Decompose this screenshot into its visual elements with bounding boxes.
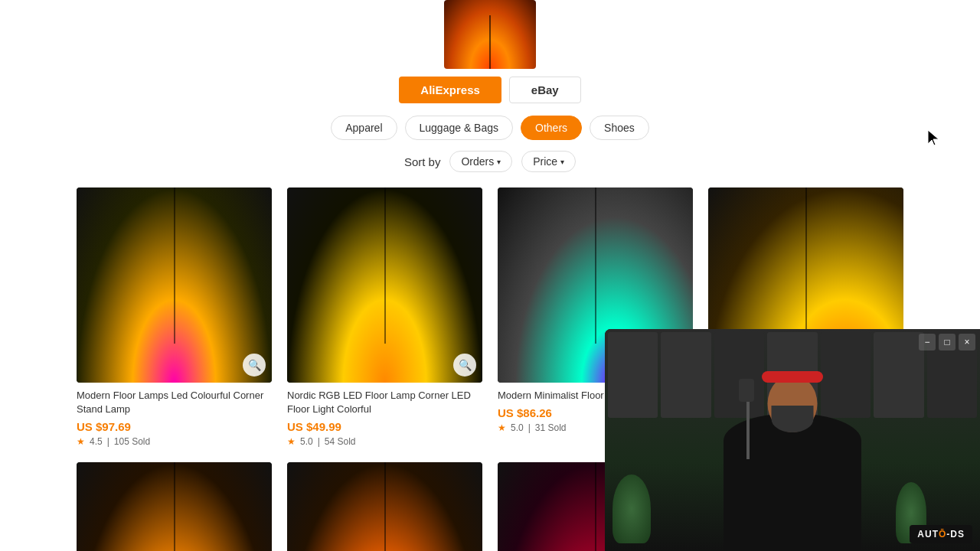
video-controls: − □ × [919,334,975,350]
star-icon-1: ★ [77,436,85,447]
page-header: AliExpress eBay Apparel Luggage & Bags O… [0,0,980,180]
product-image-2: 🔍 [287,187,482,383]
tab-ebay[interactable]: eBay [509,77,581,103]
video-close-button[interactable]: × [959,334,975,350]
sort-bar: Sort by Orders ▾ Price ▾ [404,151,576,172]
product-image-1: 🔍 [77,187,272,383]
tab-luggage[interactable]: Luggage & Bags [405,116,514,140]
platform-tabs: AliExpress eBay [399,77,580,103]
video-overlay: AUTŌ-DS − □ × [605,329,980,551]
product-rating-2: 5.0 [300,436,313,447]
sort-price-button[interactable]: Price ▾ [521,151,576,172]
mic-stand [746,398,750,459]
lamp-image-6 [287,462,482,551]
category-tabs: Apparel Luggage & Bags Others Shoes [331,116,649,140]
headset [762,371,823,383]
product-image-5 [77,462,272,551]
product-card-2[interactable]: 🔍 Nordic RGB LED Floor Lamp Corner LED F… [287,187,482,447]
plant-left [605,474,658,551]
brand-label: AUTŌ-DS [910,525,972,543]
microphone [739,379,754,402]
star-icon-2: ★ [287,436,296,447]
pipe-2: | [318,436,320,447]
lamp-image-5 [77,462,272,551]
sort-orders-button[interactable]: Orders ▾ [449,151,512,172]
video-minimize-button[interactable]: − [919,334,936,350]
product-price-2: US $49.99 [287,420,482,433]
product-sold-2: 54 Sold [325,436,356,447]
product-rating-1: 4.5 [90,436,103,447]
person-body [724,413,861,551]
brand-accent: Ō [939,529,946,540]
product-price-1: US $97.69 [77,420,272,433]
pipe-3: | [528,422,531,433]
video-expand-button[interactable]: □ [939,334,956,350]
product-title-2: Nordic RGB LED Floor Lamp Corner LED Flo… [287,389,482,416]
product-meta-2: ★ 5.0 | 54 Sold [287,436,482,447]
tab-others[interactable]: Others [521,116,582,140]
logo-image [444,0,536,69]
product-card-6[interactable] [287,462,482,551]
tab-shoes[interactable]: Shoes [590,116,649,140]
tab-apparel[interactable]: Apparel [331,116,397,140]
lamp-image-1 [77,187,272,383]
product-image-6 [287,462,482,551]
tab-aliexpress[interactable]: AliExpress [399,77,501,103]
sort-label: Sort by [404,155,441,168]
product-card-5[interactable] [77,462,272,551]
product-meta-1: ★ 4.5 | 105 Sold [77,436,272,447]
lamp-image-2 [287,187,482,383]
person-beard [772,406,814,432]
product-title-1: Modern Floor Lamps Led Colourful Corner … [77,389,272,416]
video-background: AUTŌ-DS − □ × [605,329,980,551]
product-card-1[interactable]: 🔍 Modern Floor Lamps Led Colourful Corne… [77,187,272,447]
zoom-button-2[interactable]: 🔍 [453,354,476,377]
chevron-down-icon: ▾ [560,158,564,166]
pipe-1: | [107,436,109,447]
product-rating-3: 5.0 [511,422,524,433]
product-sold-1: 105 Sold [114,436,150,447]
product-sold-3: 31 Sold [535,422,567,433]
chevron-down-icon: ▾ [497,158,501,166]
star-icon-3: ★ [498,422,506,433]
zoom-button-1[interactable]: 🔍 [243,354,266,377]
